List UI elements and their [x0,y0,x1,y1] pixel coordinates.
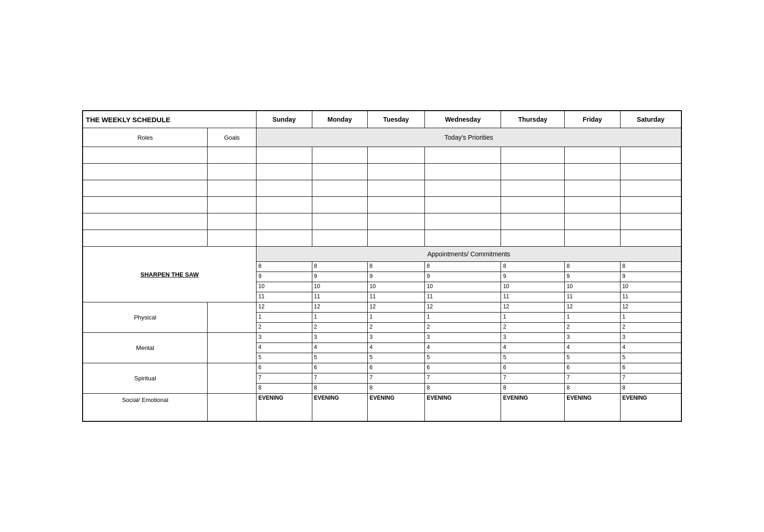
time-tue-8b[interactable]: 8 [368,384,425,394]
time-mon-8b[interactable]: 8 [312,384,368,394]
time-thu-8b[interactable]: 8 [501,384,565,394]
time-sat-6[interactable]: 6 [620,363,681,373]
goal-cell-6[interactable] [208,230,257,247]
time-sat-4[interactable]: 4 [620,343,681,353]
priority-mon-1[interactable] [312,147,368,164]
time-thu-12[interactable]: 12 [501,302,565,313]
priority-sat-6[interactable] [620,230,681,247]
time-wed-11[interactable]: 11 [424,292,501,302]
priority-wed-3[interactable] [424,180,501,197]
evening-wed[interactable]: EVENING [424,394,501,421]
priority-fri-5[interactable] [565,213,621,230]
time-fri-10[interactable]: 10 [565,282,621,292]
time-mon-1[interactable]: 1 [312,313,368,323]
time-wed-8[interactable]: 8 [424,262,501,272]
time-wed-10[interactable]: 10 [424,282,501,292]
priority-mon-4[interactable] [312,197,368,213]
time-sun-6[interactable]: 6 [257,363,312,373]
time-wed-3[interactable]: 3 [424,333,501,343]
time-mon-9[interactable]: 9 [312,272,368,282]
time-sat-5[interactable]: 5 [620,353,681,363]
time-mon-10[interactable]: 10 [312,282,368,292]
time-sun-11[interactable]: 11 [257,292,312,302]
priority-mon-3[interactable] [312,180,368,197]
evening-sat[interactable]: EVENING [620,394,681,421]
time-wed-9[interactable]: 9 [424,272,501,282]
time-thu-7[interactable]: 7 [501,373,565,384]
time-fri-2[interactable]: 2 [565,323,621,333]
time-sat-10[interactable]: 10 [620,282,681,292]
priority-thu-6[interactable] [501,230,565,247]
time-thu-2[interactable]: 2 [501,323,565,333]
time-tue-9[interactable]: 9 [368,272,425,282]
time-fri-6[interactable]: 6 [565,363,621,373]
time-wed-5[interactable]: 5 [424,353,501,363]
role-cell-4[interactable] [83,197,208,213]
time-fri-11[interactable]: 11 [565,292,621,302]
time-sat-2[interactable]: 2 [620,323,681,333]
time-thu-3[interactable]: 3 [501,333,565,343]
priority-wed-2[interactable] [424,164,501,180]
priority-fri-6[interactable] [565,230,621,247]
time-sun-4[interactable]: 4 [257,343,312,353]
priority-wed-4[interactable] [424,197,501,213]
social-emotional-goal[interactable] [208,394,257,421]
time-thu-9[interactable]: 9 [501,272,565,282]
evening-thu[interactable]: EVENING [501,394,565,421]
priority-sun-3[interactable] [257,180,312,197]
time-tue-4[interactable]: 4 [368,343,425,353]
priority-thu-4[interactable] [501,197,565,213]
time-sat-1[interactable]: 1 [620,313,681,323]
time-wed-12[interactable]: 12 [424,302,501,313]
time-sat-8b[interactable]: 8 [620,384,681,394]
time-sat-7[interactable]: 7 [620,373,681,384]
physical-goal[interactable] [208,302,257,333]
time-tue-11[interactable]: 11 [368,292,425,302]
goal-cell-5[interactable] [208,213,257,230]
priority-mon-5[interactable] [312,213,368,230]
priority-tue-1[interactable] [368,147,425,164]
time-sat-11[interactable]: 11 [620,292,681,302]
time-tue-5[interactable]: 5 [368,353,425,363]
priority-mon-2[interactable] [312,164,368,180]
evening-tue[interactable]: EVENING [368,394,425,421]
priority-tue-2[interactable] [368,164,425,180]
time-tue-3[interactable]: 3 [368,333,425,343]
time-fri-5[interactable]: 5 [565,353,621,363]
role-cell-1[interactable] [83,147,208,164]
priority-sun-2[interactable] [257,164,312,180]
role-cell-6[interactable] [83,230,208,247]
goal-cell-4[interactable] [208,197,257,213]
time-mon-5[interactable]: 5 [312,353,368,363]
goal-cell-2[interactable] [208,164,257,180]
priority-fri-4[interactable] [565,197,621,213]
time-mon-7[interactable]: 7 [312,373,368,384]
priority-mon-6[interactable] [312,230,368,247]
time-fri-8[interactable]: 8 [565,262,621,272]
priority-sat-5[interactable] [620,213,681,230]
priority-wed-5[interactable] [424,213,501,230]
priority-fri-3[interactable] [565,180,621,197]
priority-fri-1[interactable] [565,147,621,164]
mental-goal[interactable] [208,333,257,363]
evening-fri[interactable]: EVENING [565,394,621,421]
time-wed-1[interactable]: 1 [424,313,501,323]
time-sat-8[interactable]: 8 [620,262,681,272]
time-tue-2[interactable]: 2 [368,323,425,333]
role-cell-3[interactable] [83,180,208,197]
priority-sat-4[interactable] [620,197,681,213]
time-wed-4[interactable]: 4 [424,343,501,353]
time-sun-1[interactable]: 1 [257,313,312,323]
time-wed-7[interactable]: 7 [424,373,501,384]
priority-fri-2[interactable] [565,164,621,180]
time-tue-12[interactable]: 12 [368,302,425,313]
time-thu-4[interactable]: 4 [501,343,565,353]
priority-tue-5[interactable] [368,213,425,230]
time-mon-11[interactable]: 11 [312,292,368,302]
priority-tue-6[interactable] [368,230,425,247]
time-fri-4[interactable]: 4 [565,343,621,353]
time-sat-12[interactable]: 12 [620,302,681,313]
time-fri-9[interactable]: 9 [565,272,621,282]
priority-wed-1[interactable] [424,147,501,164]
time-sun-3[interactable]: 3 [257,333,312,343]
